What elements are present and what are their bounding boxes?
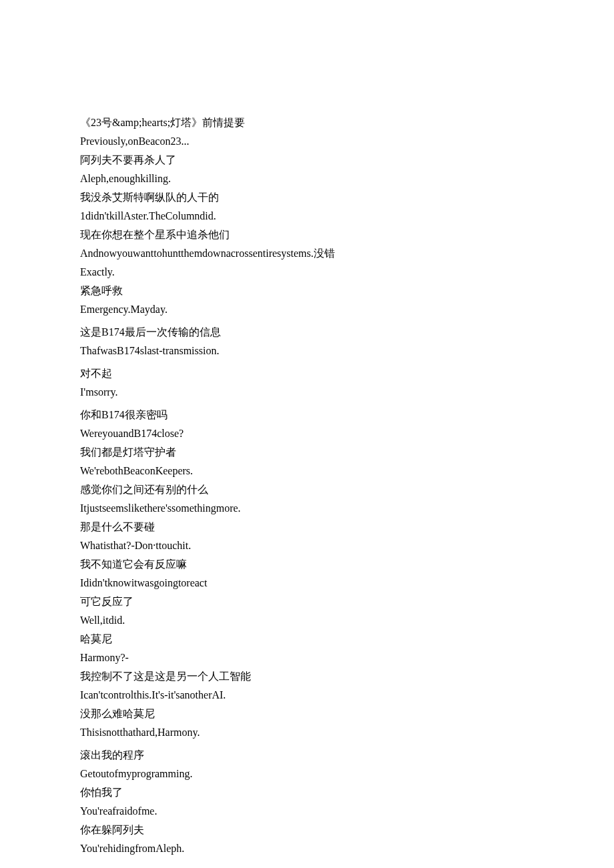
subtitle-line: Exactly. [80,263,534,282]
subtitle-line: Aleph,enoughkilling. [80,169,534,188]
subtitle-line: 没那么难哈莫尼 [80,705,534,723]
subtitle-line: Harmony?- [80,648,534,667]
subtitle-line: WereyouandB174close? [80,424,534,443]
subtitle-line: Whatisthat?-Don·ttouchit. [80,536,534,555]
subtitle-line: We'rebothBeaconKeepers. [80,462,534,480]
document-page: 《23号&amp;hearts;灯塔》前情提要Previously,onBeac… [0,0,614,868]
subtitle-line: Ican'tcontrolthis.It's-it'sanotherAI. [80,686,534,705]
subtitle-line: 我们都是灯塔守护者 [80,443,534,462]
subtitle-line: 我不知道它会有反应嘛 [80,555,534,574]
subtitle-block: 《23号&amp;hearts;灯塔》前情提要Previously,onBeac… [80,113,534,858]
subtitle-line: 对不起 [80,364,534,383]
subtitle-line: 现在你想在整个星系中追杀他们 [80,226,534,244]
subtitle-line: 哈莫尼 [80,630,534,648]
subtitle-line: Itjustseemslikethere'ssomethingmore. [80,499,534,518]
subtitle-line: You'reafraidofme. [80,802,534,821]
subtitle-line: 你和B174很亲密吗 [80,406,534,424]
subtitle-line: 阿列夫不要再杀人了 [80,151,534,169]
subtitle-line: Andnowyouwanttohuntthemdownacrossentires… [80,244,534,263]
subtitle-line: 我控制不了这是这是另一个人工智能 [80,667,534,686]
subtitle-line: Ididn'tknowitwasgoingtoreact [80,574,534,592]
subtitle-line: 那是什么不要碰 [80,518,534,536]
subtitle-line: 这是B174最后一次传输的信息 [80,323,534,342]
subtitle-line: 滚出我的程序 [80,746,534,765]
subtitle-line: 我没杀艾斯特啊纵队的人干的 [80,188,534,207]
subtitle-line: Emergency.Mayday. [80,300,534,319]
subtitle-line: ThafwasB174slast-transmission. [80,342,534,360]
subtitle-line: You'rehidingfromAleph. [80,839,534,858]
subtitle-line: 1didn'tkillAster.TheColumndid. [80,207,534,226]
subtitle-line: Getoutofmyprogramming. [80,765,534,783]
subtitle-line: Well,itdid. [80,611,534,630]
subtitle-line: 紧急呼救 [80,282,534,300]
subtitle-line: I'msorry. [80,383,534,402]
subtitle-line: Previously,onBeacon23... [80,132,534,151]
subtitle-line: 你在躲阿列夫 [80,821,534,839]
subtitle-line: 你怕我了 [80,783,534,802]
subtitle-line: 《23号&amp;hearts;灯塔》前情提要 [80,113,534,132]
subtitle-line: 感觉你们之间还有别的什么 [80,480,534,499]
subtitle-line: Thisisnotthathard,Harmony. [80,723,534,742]
subtitle-line: 可它反应了 [80,592,534,611]
